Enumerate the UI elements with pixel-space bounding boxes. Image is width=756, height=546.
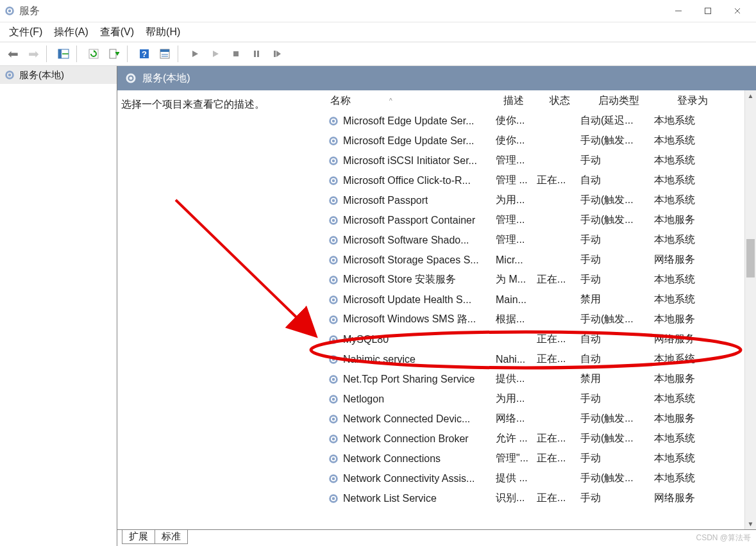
tree-root-node[interactable]: 服务(本地) <box>0 66 117 84</box>
service-name: Microsoft Store 安装服务 <box>343 273 456 286</box>
help-button[interactable]: ? <box>135 45 153 63</box>
service-state: 正在... <box>537 492 580 505</box>
service-start: 手动(触发... <box>580 472 654 485</box>
scroll-up-icon[interactable]: ▲ <box>745 90 756 101</box>
service-name: Microsoft Storage Spaces S... <box>343 254 479 266</box>
start-service-button[interactable] <box>186 45 204 63</box>
export-list-button[interactable] <box>105 45 123 63</box>
svg-rect-22 <box>233 51 239 56</box>
service-row[interactable]: Network Connections管理"...正在...手动本地系统 <box>325 449 756 468</box>
service-desc: 使你... <box>496 134 537 147</box>
service-row[interactable]: Microsoft iSCSI Initiator Ser...管理...手动本… <box>325 151 756 170</box>
service-desc: 管理... <box>496 233 537 247</box>
gear-icon <box>328 175 339 186</box>
gear-icon <box>328 473 339 484</box>
gear-icon <box>328 493 339 504</box>
menu-help[interactable]: 帮助(H) <box>146 26 180 39</box>
service-row[interactable]: Network Connectivity Assis...提供 ...手动(触发… <box>325 468 756 488</box>
service-row[interactable]: Microsoft Edge Update Ser...使你...自动(延迟..… <box>325 111 756 131</box>
service-row[interactable]: MySQL80正在...自动网络服务 <box>325 329 756 349</box>
service-desc: 网络... <box>496 412 537 426</box>
service-row[interactable]: Netlogon为用...手动本地系统 <box>325 389 756 409</box>
service-row[interactable]: Microsoft Passport Container管理...手动(触发..… <box>325 210 756 230</box>
service-desc: 管理... <box>496 213 537 227</box>
service-login: 本地系统 <box>654 154 718 167</box>
service-row[interactable]: Microsoft Office Click-to-R...管理 ...正在..… <box>325 170 756 190</box>
service-row[interactable]: Network Connected Devic...网络...手动(触发...本… <box>325 409 756 429</box>
col-desc[interactable]: 描述 <box>501 94 547 108</box>
service-row[interactable]: Microsoft Update Health S...Main...禁用本地系… <box>325 290 756 310</box>
service-login: 本地系统 <box>654 134 718 147</box>
service-name: Netlogon <box>343 393 384 405</box>
show-hide-tree-button[interactable] <box>55 45 72 63</box>
maximize-button[interactable] <box>693 1 723 21</box>
service-login: 本地系统 <box>654 233 718 247</box>
gear-icon <box>328 254 339 266</box>
service-login: 本地系统 <box>654 273 718 286</box>
titlebar: 服务 <box>0 0 756 22</box>
service-name: Network Connected Devic... <box>343 413 470 425</box>
service-rows[interactable]: Microsoft Edge Update Ser...使你...自动(延迟..… <box>325 111 756 529</box>
pause-service-button[interactable] <box>248 45 265 63</box>
svg-point-60 <box>332 397 335 401</box>
gear-icon <box>328 195 339 206</box>
service-login: 本地系统 <box>654 352 718 366</box>
service-name: Microsoft Passport Container <box>343 215 475 226</box>
nav-back-button[interactable]: ⬅ <box>4 45 22 63</box>
col-start[interactable]: 启动类型 <box>596 94 675 108</box>
service-row[interactable]: Network List Service识别...正在...手动网络服务 <box>325 488 756 508</box>
service-row[interactable]: Net.Tcp Port Sharing Service提供...禁用本地服务 <box>325 369 756 389</box>
col-login[interactable]: 登录为 <box>675 94 744 108</box>
menu-action[interactable]: 操作(A) <box>54 26 88 39</box>
service-desc: Main... <box>496 294 537 306</box>
service-start: 手动 <box>580 253 654 267</box>
col-state[interactable]: 状态 <box>547 94 596 108</box>
service-name: Microsoft iSCSI Initiator Ser... <box>343 155 477 167</box>
service-start: 自动 <box>580 333 654 346</box>
col-name[interactable]: 名称 ^ <box>328 94 501 108</box>
left-tree-pane[interactable]: 服务(本地) <box>0 66 117 546</box>
nav-forward-button[interactable]: ➡ <box>24 45 42 63</box>
service-start: 手动 <box>580 233 654 247</box>
service-desc: 为用... <box>496 194 537 207</box>
refresh-button[interactable] <box>85 45 103 63</box>
service-name: Microsoft Windows SMS 路... <box>343 313 476 326</box>
service-start: 手动 <box>580 154 654 167</box>
service-row[interactable]: Microsoft Windows SMS 路...根据...手动(触发...本… <box>325 310 756 329</box>
service-row[interactable]: Microsoft Store 安装服务为 M...正在...手动本地系统 <box>325 270 756 290</box>
vertical-scrollbar[interactable]: ▲ ▼ <box>744 90 756 529</box>
close-button[interactable] <box>723 1 752 21</box>
tab-standard[interactable]: 标准 <box>155 530 188 544</box>
service-desc: 使你... <box>496 114 537 128</box>
scroll-thumb[interactable] <box>746 239 755 277</box>
svg-point-38 <box>332 179 335 182</box>
service-name: Microsoft Passport <box>343 195 428 206</box>
service-row[interactable]: Microsoft Edge Update Ser...使你...手动(触发..… <box>325 131 756 151</box>
svg-point-30 <box>130 77 133 80</box>
window-title: 服务 <box>19 4 664 18</box>
service-row[interactable]: Microsoft Storage Spaces S...Micr...手动网络… <box>325 250 756 270</box>
scroll-down-icon[interactable]: ▼ <box>745 518 756 529</box>
service-login: 网络服务 <box>654 333 718 346</box>
menu-view[interactable]: 查看(V) <box>100 26 134 39</box>
gear-icon <box>328 374 339 385</box>
service-row[interactable]: Microsoft Passport为用...手动(触发...本地系统 <box>325 190 756 210</box>
service-name: Microsoft Edge Update Ser... <box>343 135 475 147</box>
gear-icon <box>328 314 339 326</box>
svg-point-36 <box>332 159 335 162</box>
minimize-button[interactable] <box>664 1 693 21</box>
tab-extended[interactable]: 扩展 <box>122 530 155 544</box>
service-row[interactable]: Network Connection Broker允许 ...正在...手动(触… <box>325 429 756 449</box>
toolbar-divider <box>46 46 51 62</box>
service-start: 手动(触发... <box>580 194 654 207</box>
properties-button[interactable] <box>156 45 174 63</box>
service-start: 自动 <box>580 174 654 187</box>
service-row[interactable]: Microsoft Software Shado...管理...手动本地系统 <box>325 230 756 250</box>
menu-file[interactable]: 文件(F) <box>9 26 42 39</box>
stop-service-button[interactable] <box>227 45 245 63</box>
gear-icon <box>328 235 339 246</box>
service-row[interactable]: Nahimic serviceNahi...正在...自动本地系统 <box>325 349 756 369</box>
workspace: 服务(本地) 服务(本地) 选择一个项目来查看它的描述。 名称 ^ 描述 状态 <box>0 66 756 546</box>
svg-point-68 <box>332 477 335 480</box>
restart-service-button[interactable] <box>268 45 286 63</box>
